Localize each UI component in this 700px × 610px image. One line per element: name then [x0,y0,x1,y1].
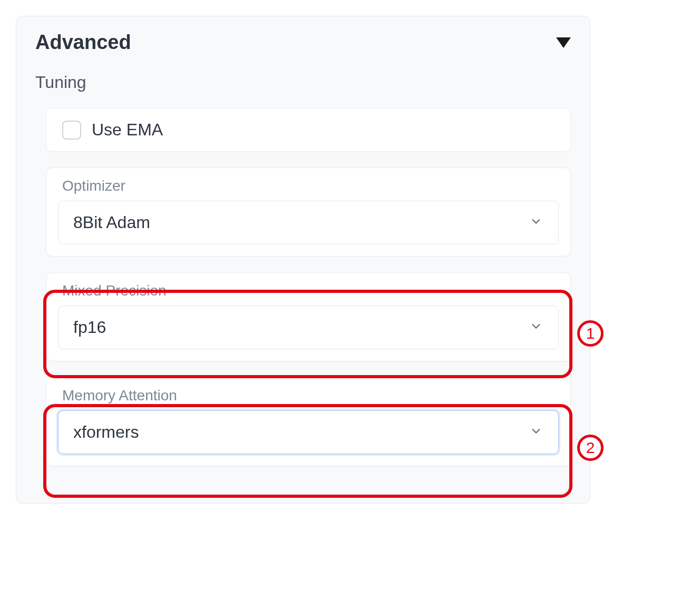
use-ema-label: Use EMA [92,120,163,140]
chevron-down-icon [529,214,543,231]
advanced-panel-header[interactable]: Advanced [35,31,571,54]
memory-attention-group: Memory Attention xformers [46,377,571,466]
tuning-subsection-title: Tuning [35,73,571,92]
mixed-precision-label: Mixed Precision [58,282,559,299]
annotation-callout-1: 1 [577,320,604,347]
chevron-down-icon [529,424,543,441]
collapse-down-icon [556,37,571,48]
chevron-down-icon [529,319,543,336]
use-ema-row[interactable]: Use EMA [46,108,571,152]
use-ema-checkbox[interactable] [62,121,81,140]
panel-title: Advanced [35,31,131,54]
memory-attention-label: Memory Attention [58,387,559,404]
memory-attention-value: xformers [73,422,139,442]
advanced-panel: Advanced Tuning Use EMA Optimizer 8Bit A… [16,16,590,504]
mixed-precision-group: Mixed Precision fp16 [46,272,571,361]
mixed-precision-select[interactable]: fp16 [58,306,559,349]
optimizer-label: Optimizer [58,178,559,194]
optimizer-value: 8Bit Adam [73,213,150,232]
annotation-callout-2: 2 [577,435,604,461]
optimizer-group: Optimizer 8Bit Adam [46,168,571,257]
mixed-precision-value: fp16 [73,318,106,337]
optimizer-select[interactable]: 8Bit Adam [58,201,559,244]
memory-attention-select[interactable]: xformers [58,410,559,454]
